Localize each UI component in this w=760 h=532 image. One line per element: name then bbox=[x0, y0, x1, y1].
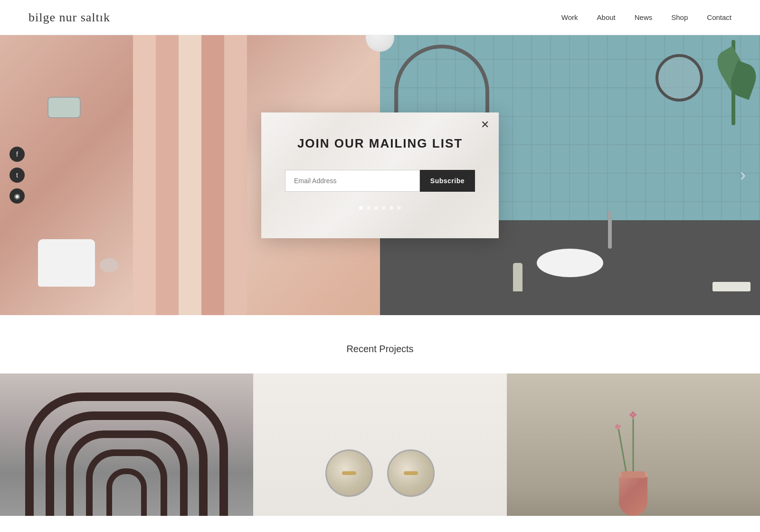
modal-overlay: ✕ JOIN OUR MAILING LIST Subscribe bbox=[0, 35, 760, 315]
circle-handle-1 bbox=[325, 449, 373, 497]
dot-1[interactable] bbox=[359, 206, 363, 210]
nav-item-news[interactable]: News bbox=[635, 13, 653, 22]
header: bilge nur saltık Work About News Shop Co… bbox=[0, 0, 760, 35]
dot-2[interactable] bbox=[367, 206, 370, 210]
project-2-background bbox=[253, 373, 506, 516]
modal-close-button[interactable]: ✕ bbox=[481, 120, 489, 130]
hero-section: Stella Collection for Seramiksan ‹ › f t… bbox=[0, 35, 760, 315]
dot-5[interactable] bbox=[390, 206, 393, 210]
dot-4[interactable] bbox=[382, 206, 386, 210]
project-card-3[interactable] bbox=[507, 373, 760, 516]
nav-item-contact[interactable]: Contact bbox=[707, 13, 732, 22]
nav-item-about[interactable]: About bbox=[597, 13, 616, 22]
project-3-background bbox=[507, 373, 760, 516]
nav-item-shop[interactable]: Shop bbox=[671, 13, 688, 22]
dot-3[interactable] bbox=[374, 206, 378, 210]
nav-item-work[interactable]: Work bbox=[561, 13, 578, 22]
recent-projects-section: Recent Projects bbox=[0, 315, 760, 516]
flower-head-2 bbox=[615, 424, 621, 430]
site-logo[interactable]: bilge nur saltık bbox=[28, 10, 110, 25]
subscribe-button[interactable]: Subscribe bbox=[420, 170, 475, 192]
circle-handle-2 bbox=[387, 449, 435, 497]
bench-structure bbox=[0, 383, 253, 516]
project-card-2[interactable] bbox=[253, 373, 506, 516]
project-card-1[interactable] bbox=[0, 373, 253, 516]
nav-list: Work About News Shop Contact bbox=[561, 13, 732, 22]
nav-link-contact[interactable]: Contact bbox=[707, 13, 732, 21]
nav-link-about[interactable]: About bbox=[597, 13, 616, 21]
section-title: Recent Projects bbox=[0, 344, 760, 355]
flower-head-1 bbox=[630, 411, 636, 418]
footer-spacer bbox=[0, 516, 760, 532]
modal-title: JOIN OUR MAILING LIST bbox=[285, 136, 475, 151]
petal bbox=[630, 413, 633, 416]
project-1-background bbox=[0, 373, 253, 516]
flower-stem-2 bbox=[618, 429, 627, 476]
vase bbox=[619, 473, 647, 516]
nav-link-work[interactable]: Work bbox=[561, 13, 578, 21]
slide-dots bbox=[285, 206, 475, 210]
modal-form: Subscribe bbox=[285, 170, 475, 192]
circle-handles-group bbox=[325, 449, 435, 516]
email-input[interactable] bbox=[285, 170, 420, 192]
vase-container bbox=[619, 473, 647, 516]
nav-link-news[interactable]: News bbox=[635, 13, 653, 21]
projects-grid bbox=[0, 373, 760, 516]
mailing-list-modal: ✕ JOIN OUR MAILING LIST Subscribe bbox=[261, 112, 499, 238]
nav-link-shop[interactable]: Shop bbox=[671, 13, 688, 21]
main-nav: Work About News Shop Contact bbox=[561, 13, 732, 22]
flower-stem-1 bbox=[633, 419, 634, 476]
dot-6[interactable] bbox=[397, 206, 401, 210]
bench-arch-5 bbox=[106, 468, 147, 516]
